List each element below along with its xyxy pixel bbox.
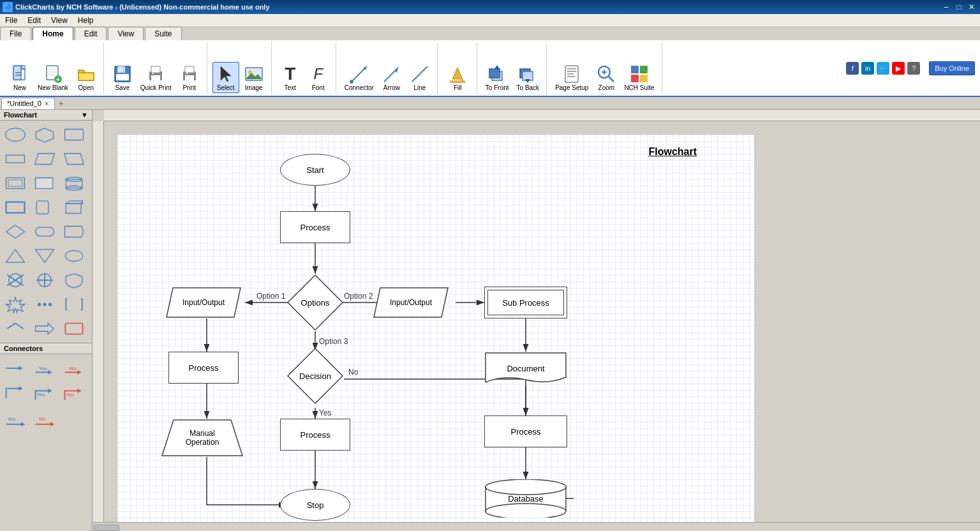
svg-rect-45 <box>567 76 575 77</box>
linkedin-icon[interactable]: in <box>861 62 874 75</box>
open-button[interactable]: Open <box>73 62 100 93</box>
shape-cross-x[interactable] <box>3 269 28 292</box>
shape-rect-3d[interactable] <box>61 196 87 219</box>
connector-arrow-no-bend[interactable]: No <box>61 381 87 404</box>
shape-hexagon[interactable] <box>32 123 57 146</box>
shape-ellipsis[interactable] <box>32 293 57 316</box>
shape-triangle[interactable] <box>3 244 28 267</box>
node-process2[interactable]: Process <box>168 352 239 384</box>
shape-parallelogram-r[interactable] <box>32 147 57 170</box>
twitter-icon[interactable]: 🐦 <box>877 62 889 75</box>
node-decision[interactable]: Decision <box>286 347 344 405</box>
menu-view[interactable]: View <box>46 15 73 26</box>
svg-rect-50 <box>631 66 639 73</box>
shape-rect-double[interactable] <box>3 172 28 195</box>
font-button[interactable]: F Font <box>305 62 332 93</box>
tab-suite[interactable]: Suite <box>145 27 181 40</box>
canvas[interactable]: Flowchart O <box>117 134 755 522</box>
fill-button[interactable]: Fill <box>444 62 471 93</box>
node-database[interactable]: Database <box>484 479 567 518</box>
shape-bracket[interactable] <box>61 293 87 316</box>
node-manual[interactable]: ManualOperation <box>161 419 244 457</box>
quick-print-button[interactable]: Quick Print <box>137 62 175 93</box>
shape-rounded-sq[interactable] <box>32 196 57 219</box>
minimize-button[interactable]: – <box>940 1 952 13</box>
connector-arrow-no-2[interactable]: No <box>32 405 57 428</box>
close-button[interactable]: ✕ <box>966 1 977 13</box>
print-button[interactable]: Print <box>176 62 203 93</box>
page-setup-button[interactable]: Page Setup <box>552 62 591 93</box>
buy-online-button[interactable]: Buy Online <box>929 61 975 75</box>
nch-suite-button[interactable]: NCH Suite <box>621 62 657 93</box>
svg-text:Yes: Yes <box>39 366 47 371</box>
node-process1[interactable]: Process <box>280 211 350 243</box>
connector-arrow-yes[interactable]: Yes <box>32 357 57 380</box>
new-blank-button[interactable]: + New Blank <box>34 62 71 93</box>
text-button[interactable]: T Text <box>277 62 304 93</box>
h-scroll-thumb[interactable] <box>94 525 119 531</box>
menu-help[interactable]: Help <box>73 15 99 26</box>
shape-rect-shadow[interactable] <box>32 172 57 195</box>
new-tab-button[interactable]: + <box>55 98 68 108</box>
shape-rect[interactable] <box>61 123 87 146</box>
shape-cylinder[interactable] <box>61 172 87 195</box>
connector-arrow-yes-bend[interactable]: Yes <box>32 381 57 404</box>
connector-arrow-no[interactable]: No <box>61 357 87 380</box>
shape-curve-bracket[interactable] <box>61 317 87 340</box>
h-scrollbar[interactable] <box>93 522 980 531</box>
shape-burst[interactable] <box>3 293 28 316</box>
shape-rounded-rect[interactable] <box>3 123 28 146</box>
node-start[interactable]: Start <box>280 154 350 186</box>
tab-home[interactable]: Home <box>33 27 73 40</box>
maximize-button[interactable]: □ <box>953 1 965 13</box>
node-input1[interactable]: Input/Output <box>165 287 242 318</box>
shape-lens[interactable] <box>61 244 87 267</box>
shape-rect-sharp[interactable] <box>61 220 87 243</box>
canvas-area[interactable]: Flowchart O <box>104 121 980 522</box>
zoom-button[interactable]: Zoom <box>593 62 620 93</box>
new-button[interactable]: New <box>6 62 33 93</box>
tab-view[interactable]: View <box>108 27 144 40</box>
panel-collapse-icon[interactable]: ▼ <box>81 111 88 119</box>
facebook-icon[interactable]: f <box>846 62 859 75</box>
doc-tab-untitled[interactable]: *Untitled_0 ✕ <box>1 98 55 109</box>
shape-parallelogram[interactable] <box>61 147 87 170</box>
node-stop[interactable]: Stop <box>280 489 350 521</box>
help-icon[interactable]: ? <box>907 62 920 75</box>
connector-button[interactable]: Connector <box>341 62 377 93</box>
to-back-button[interactable]: To Back <box>514 62 543 93</box>
connector-arrow-plain[interactable] <box>3 357 28 380</box>
shape-rect-thick[interactable] <box>3 196 28 219</box>
shape-rect-thin[interactable] <box>3 147 28 170</box>
shape-shield[interactable] <box>61 269 87 292</box>
connector-arrow-bend[interactable] <box>3 381 28 404</box>
quick-print-icon <box>145 64 166 84</box>
select-button[interactable]: Select <box>212 62 239 93</box>
node-input2[interactable]: Input/Output <box>373 287 449 318</box>
node-document[interactable]: Document <box>484 352 567 385</box>
youtube-icon[interactable]: ▶ <box>892 62 905 75</box>
shape-arrow-right[interactable] <box>32 317 57 340</box>
shape-cross-plus[interactable] <box>32 269 57 292</box>
shape-connector-l[interactable] <box>3 317 28 340</box>
node-process3[interactable]: Process <box>280 419 350 451</box>
line-button[interactable]: Line <box>406 62 433 93</box>
tab-file[interactable]: File <box>0 27 31 40</box>
node-options[interactable]: Options <box>286 274 344 331</box>
image-button[interactable]: Image <box>241 62 267 93</box>
to-front-button[interactable]: To Front <box>482 62 512 93</box>
doc-tab-close[interactable]: ✕ <box>44 100 49 107</box>
ribbon-group-fill-buttons: Fill <box>444 43 471 93</box>
shape-diamond-rect[interactable] <box>3 220 28 243</box>
node-subprocess[interactable]: Sub Process <box>484 287 567 318</box>
menu-file[interactable]: File <box>0 15 22 26</box>
connector-arrow-yes-2[interactable]: Yes <box>3 405 28 428</box>
shape-triangle-inv[interactable] <box>32 244 57 267</box>
shape-rounded-rect-s[interactable] <box>32 220 57 243</box>
save-button[interactable]: Save <box>109 62 136 93</box>
node-process4[interactable]: Process <box>484 415 567 447</box>
tab-edit[interactable]: Edit <box>75 27 107 40</box>
title-controls: – □ ✕ <box>940 1 977 13</box>
arrow-button[interactable]: Arrow <box>378 62 405 93</box>
menu-edit[interactable]: Edit <box>22 15 46 26</box>
